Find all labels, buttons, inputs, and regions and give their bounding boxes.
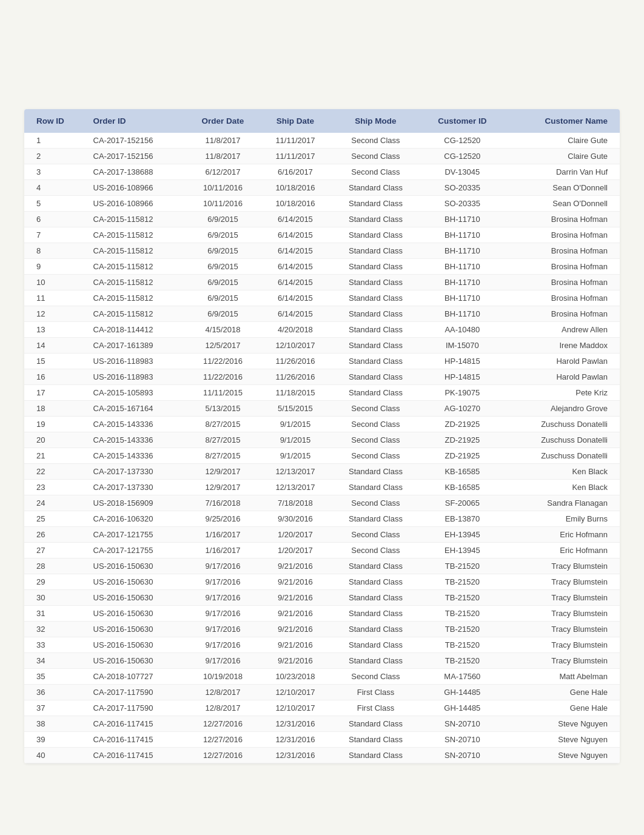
ship-mode-cell: Standard Class: [330, 196, 421, 212]
table-row: 22CA-2017-13733012/9/201712/13/2017Stand…: [24, 464, 620, 480]
col-header-row-id: Row ID: [24, 109, 87, 133]
order-id-cell: US-2016-150630: [87, 574, 186, 590]
row-id-cell: 35: [24, 669, 87, 685]
order-date-cell: 8/27/2015: [186, 432, 260, 448]
order-id-cell: CA-2017-121755: [87, 543, 186, 558]
order-date-cell: 9/17/2016: [186, 574, 260, 590]
customer-name-cell: Emily Burns: [504, 511, 620, 527]
ship-mode-cell: Standard Class: [330, 227, 421, 243]
order-date-cell: 10/19/2018: [186, 669, 260, 685]
customer-name-cell: Sandra Flanagan: [504, 495, 620, 511]
table-row: 15US-2016-11898311/22/201611/26/2016Stan…: [24, 354, 620, 369]
order-date-cell: 12/8/2017: [186, 685, 260, 700]
customer-name-cell: Harold Pawlan: [504, 369, 620, 385]
table-row: 38CA-2016-11741512/27/201612/31/2016Stan…: [24, 716, 620, 732]
order-date-cell: 5/13/2015: [186, 401, 260, 417]
customer-name-cell: Steve Nguyen: [504, 748, 620, 763]
ship-date-cell: 6/14/2015: [260, 306, 330, 322]
ship-mode-cell: Standard Class: [330, 464, 421, 480]
order-date-cell: 12/9/2017: [186, 464, 260, 480]
table-row: 33US-2016-1506309/17/20169/21/2016Standa…: [24, 637, 620, 653]
ship-date-cell: 9/21/2016: [260, 637, 330, 653]
table-row: 19CA-2015-1433368/27/20159/1/2015Second …: [24, 417, 620, 432]
order-date-cell: 7/16/2018: [186, 495, 260, 511]
ship-mode-cell: Second Class: [330, 149, 421, 164]
ship-mode-cell: Standard Class: [330, 385, 421, 401]
order-date-cell: 11/22/2016: [186, 369, 260, 385]
table-row: 25CA-2016-1063209/25/20169/30/2016Standa…: [24, 511, 620, 527]
customer-name-cell: Brosina Hofman: [504, 275, 620, 290]
order-id-cell: CA-2018-114412: [87, 322, 186, 338]
customer-name-cell: Brosina Hofman: [504, 227, 620, 243]
ship-mode-cell: Standard Class: [330, 732, 421, 748]
order-id-cell: US-2016-118983: [87, 354, 186, 369]
customer-id-cell: HP-14815: [421, 369, 504, 385]
customer-id-cell: TB-21520: [421, 606, 504, 622]
row-id-cell: 32: [24, 622, 87, 637]
order-date-cell: 9/17/2016: [186, 637, 260, 653]
row-id-cell: 19: [24, 417, 87, 432]
table-row: 29US-2016-1506309/17/20169/21/2016Standa…: [24, 574, 620, 590]
table-row: 6CA-2015-1158126/9/20156/14/2015Standard…: [24, 212, 620, 227]
ship-mode-cell: Standard Class: [330, 369, 421, 385]
table-row: 11CA-2015-1158126/9/20156/14/2015Standar…: [24, 290, 620, 306]
customer-id-cell: BH-11710: [421, 227, 504, 243]
row-id-cell: 5: [24, 196, 87, 212]
table-row: 12CA-2015-1158126/9/20156/14/2015Standar…: [24, 306, 620, 322]
ship-mode-cell: Second Class: [330, 543, 421, 558]
customer-name-cell: Brosina Hofman: [504, 259, 620, 275]
ship-mode-cell: Standard Class: [330, 590, 421, 606]
ship-date-cell: 9/21/2016: [260, 622, 330, 637]
row-id-cell: 33: [24, 637, 87, 653]
customer-name-cell: Zuschuss Donatelli: [504, 448, 620, 464]
ship-date-cell: 12/13/2017: [260, 464, 330, 480]
ship-mode-cell: Standard Class: [330, 354, 421, 369]
table-row: 2CA-2017-15215611/8/201711/11/2017Second…: [24, 149, 620, 164]
customer-name-cell: Steve Nguyen: [504, 732, 620, 748]
table-row: 5US-2016-10896610/11/201610/18/2016Stand…: [24, 196, 620, 212]
ship-mode-cell: First Class: [330, 700, 421, 716]
customer-name-cell: Tracy Blumstein: [504, 606, 620, 622]
row-id-cell: 37: [24, 700, 87, 716]
order-id-cell: CA-2015-115812: [87, 227, 186, 243]
order-date-cell: 11/8/2017: [186, 133, 260, 149]
order-date-cell: 9/17/2016: [186, 590, 260, 606]
row-id-cell: 8: [24, 243, 87, 259]
order-date-cell: 6/9/2015: [186, 227, 260, 243]
order-date-cell: 9/17/2016: [186, 606, 260, 622]
ship-mode-cell: Standard Class: [330, 558, 421, 574]
order-date-cell: 12/27/2016: [186, 732, 260, 748]
row-id-cell: 27: [24, 543, 87, 558]
order-date-cell: 11/22/2016: [186, 354, 260, 369]
ship-date-cell: 1/20/2017: [260, 543, 330, 558]
order-id-cell: US-2018-156909: [87, 495, 186, 511]
customer-id-cell: TB-21520: [421, 622, 504, 637]
ship-date-cell: 9/1/2015: [260, 432, 330, 448]
order-id-cell: CA-2016-106320: [87, 511, 186, 527]
customer-name-cell: Tracy Blumstein: [504, 637, 620, 653]
ship-mode-cell: Standard Class: [330, 637, 421, 653]
ship-mode-cell: Second Class: [330, 401, 421, 417]
ship-date-cell: 9/21/2016: [260, 574, 330, 590]
table-row: 21CA-2015-1433368/27/20159/1/2015Second …: [24, 448, 620, 464]
table-row: 7CA-2015-1158126/9/20156/14/2015Standard…: [24, 227, 620, 243]
order-date-cell: 10/11/2016: [186, 196, 260, 212]
ship-date-cell: 6/14/2015: [260, 243, 330, 259]
ship-mode-cell: Second Class: [330, 669, 421, 685]
customer-id-cell: MA-17560: [421, 669, 504, 685]
ship-date-cell: 7/18/2018: [260, 495, 330, 511]
customer-id-cell: EH-13945: [421, 543, 504, 558]
customer-name-cell: Irene Maddox: [504, 338, 620, 354]
row-id-cell: 18: [24, 401, 87, 417]
order-date-cell: 9/25/2016: [186, 511, 260, 527]
order-id-cell: CA-2015-115812: [87, 275, 186, 290]
ship-date-cell: 12/31/2016: [260, 716, 330, 732]
customer-name-cell: Tracy Blumstein: [504, 590, 620, 606]
order-id-cell: CA-2015-167164: [87, 401, 186, 417]
row-id-cell: 21: [24, 448, 87, 464]
order-id-cell: US-2016-150630: [87, 558, 186, 574]
order-id-cell: US-2016-150630: [87, 590, 186, 606]
customer-name-cell: Zuschuss Donatelli: [504, 417, 620, 432]
ship-mode-cell: Standard Class: [330, 622, 421, 637]
table-row: 16US-2016-11898311/22/201611/26/2016Stan…: [24, 369, 620, 385]
